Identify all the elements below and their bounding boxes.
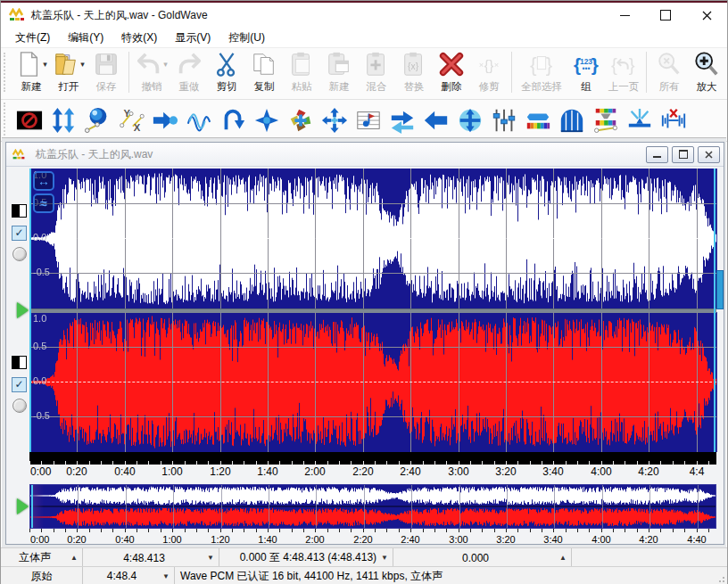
sliders-button[interactable] [487,104,521,136]
open-folder-button[interactable]: ▾打开 [50,50,87,94]
blue-star-button[interactable] [250,104,284,136]
channel-left-enable-checkbox[interactable]: ✓ [12,226,27,241]
paste-button[interactable]: 粘贴 [283,50,320,94]
paste-new-button[interactable]: 新建 [320,50,358,94]
document-titlebar[interactable]: 杭盖乐队 - 天上的风.wav [6,143,724,167]
preset-group-button[interactable]: {}123•••组 [567,50,605,94]
waveform-panel-left-channel[interactable]: ↔ ≈ 1.00.50.0-0.5 [29,169,717,308]
copy-button[interactable]: 复制 [245,50,283,94]
overview-position-triangle[interactable] [17,498,29,514]
menu-item[interactable]: 编辑(Y) [59,28,112,47]
zoom-all-button[interactable]: 所有 [650,50,688,94]
previous-button[interactable]: {}上一页 [605,50,642,94]
select-all-button[interactable]: {}全部选择 [516,50,567,94]
position-cell[interactable]: 0.000 ▲ [393,548,572,567]
time-ruler[interactable] [29,452,716,465]
channel-right-pan-button[interactable] [12,356,27,369]
spinner-up-icon[interactable]: ▲ [558,554,571,562]
horizontal-zoom-button[interactable]: ↔ [33,171,54,191]
mix-button[interactable]: 混合 [358,50,395,94]
new-file-button[interactable]: ▾新建 [12,50,50,94]
menu-item[interactable]: 显示(V) [166,28,219,47]
double-updown-arrows-button[interactable] [46,104,80,136]
pinwheel-plus-button[interactable] [284,104,318,136]
menu-item[interactable]: 控制(U) [219,28,274,47]
selection-range-cell[interactable]: 0.000 至 4:48.413 (4:48.413) ▼ [219,548,393,567]
close-icon [702,11,712,21]
dropdown-icon[interactable]: ▼ [379,554,393,562]
scissors-button[interactable]: 剪切 [208,50,245,94]
dropdown-arrow-icon[interactable]: ▾ [43,60,47,69]
svg-text:{: { [530,53,537,76]
undo-button[interactable]: ▾撤销 [133,50,170,94]
maximize-button[interactable] [645,3,686,28]
swap-arrows-button[interactable] [385,104,419,136]
wave-delete-button[interactable] [657,104,691,136]
overview-playhead-marker[interactable] [31,485,33,528]
overview-panel[interactable] [29,484,716,529]
arch-gate-button[interactable] [555,104,589,136]
sine-wave-button[interactable] [182,104,216,136]
dropdown-icon[interactable]: ▼ [161,572,174,580]
toolbar-gripper[interactable] [4,53,10,92]
delete-x-button[interactable]: 删除 [433,50,470,94]
minimize-button[interactable] [604,3,645,28]
no-entry-button[interactable] [12,104,46,136]
tick [244,529,244,532]
tick [232,529,233,532]
waveform-zoom-button[interactable]: ≈ [33,193,54,213]
length-cell[interactable]: 4:48.413 ▼ [83,548,219,567]
toolbar-gripper[interactable] [4,103,10,142]
file-length-cell[interactable]: 4:48.4 ▼ [83,567,175,584]
u-turn-arrow-button[interactable] [216,104,250,136]
selection-handle[interactable] [716,270,724,309]
save-button[interactable]: 保存 [87,50,125,94]
tick [65,529,66,532]
blue-sphere-button[interactable] [80,104,114,136]
spinner-up-icon[interactable]: ▲ [69,554,82,562]
doc-minimize-button[interactable] [646,146,668,163]
gridline [459,485,460,528]
dropdown-arrow-icon[interactable]: ▾ [163,60,168,69]
close-button[interactable] [686,3,727,28]
channel-divider[interactable] [29,308,716,313]
menu-item[interactable]: 特效(X) [112,28,166,47]
doc-restore-button[interactable] [672,146,694,163]
waveform-panel-right-channel[interactable]: 1.00.50.0-0.5 [29,312,717,452]
channel-left-radio[interactable] [12,247,27,261]
channel-mode-cell[interactable]: 立体声 ▲ [1,548,83,567]
doc-close-button[interactable] [698,146,720,163]
selection-start-marker[interactable] [29,169,31,452]
channel-right-enable-checkbox[interactable]: ✓ [12,377,27,392]
xy-expression-button[interactable]: YX [114,104,148,136]
music-score-button[interactable] [352,104,385,136]
menu-item[interactable]: 文件(Z) [6,28,59,47]
toolbar-button-label: 组 [581,80,592,94]
trim-button[interactable]: {}××修剪 [470,50,508,94]
tick [292,529,293,532]
dropdown-arrow-icon[interactable]: ▾ [80,60,85,69]
tick [220,529,221,532]
left-arrow-button[interactable] [419,104,453,136]
zoom-in-button[interactable]: 放大 [688,50,725,94]
rainbow-filter-button[interactable] [589,104,623,136]
pan-circle-button[interactable] [453,104,487,136]
redo-button[interactable]: 重做 [170,50,208,94]
titlebar[interactable]: 杭盖乐队 - 天上的风.wav - GoldWave [1,3,727,28]
source-cell[interactable]: 原始 [1,567,83,584]
spark-button[interactable] [623,104,657,136]
playback-position-triangle[interactable] [17,302,29,318]
arrows-plus-button[interactable] [318,104,352,136]
tick [446,529,447,532]
tick [77,529,78,532]
channel-left-pan-button[interactable] [12,204,27,218]
tick [517,529,518,532]
replace-button[interactable]: {x}替换 [395,50,433,94]
selection-end-marker[interactable] [714,169,716,452]
dropdown-icon[interactable]: ▼ [205,554,219,562]
time-label: 0:20 [66,465,87,478]
arrow-dot-button[interactable] [148,104,182,136]
channel-right-radio[interactable] [12,399,27,413]
resize-grip[interactable] [716,574,725,583]
rainbow-bar-button[interactable] [521,104,555,136]
